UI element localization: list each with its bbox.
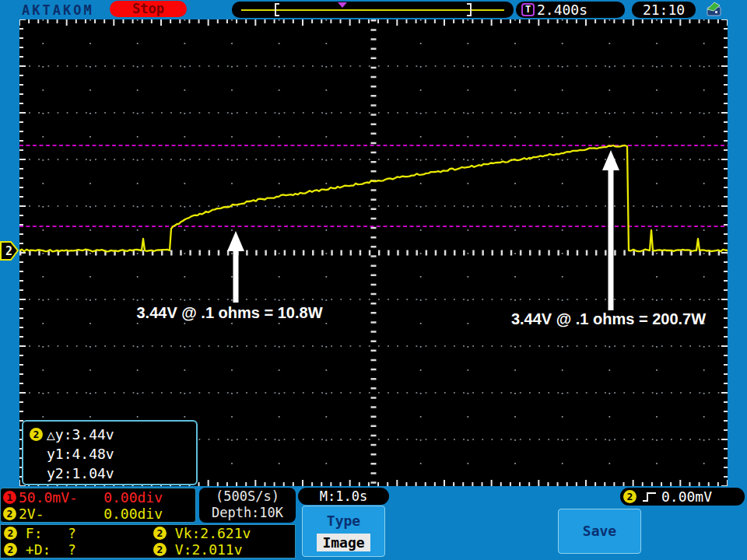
measurement-duty: 2 +D: ? bbox=[1, 541, 150, 558]
oscilloscope-screen: AKTAKOM Stop T 2.400s 21:10 bbox=[0, 0, 747, 560]
brand-logo: AKTAKOM bbox=[22, 2, 94, 18]
channel2-position-marker: 2 bbox=[0, 241, 19, 261]
cursor-readout-box: 2 △y:3.44v y1:4.48v y2:1.04v bbox=[22, 420, 198, 485]
type-button-value[interactable]: Image bbox=[317, 534, 370, 551]
channel2-chip: 2 bbox=[623, 490, 637, 503]
trigger-time-readout: T 2.400s bbox=[516, 2, 625, 18]
channel1-scale: 50.0mV- bbox=[19, 489, 78, 506]
channel1-offset: 0.00div bbox=[103, 489, 163, 506]
clock: 21:10 bbox=[632, 2, 696, 18]
usb-icon bbox=[704, 2, 723, 17]
annotation-high-power: 3.44V @ .1 ohms = 200.7W bbox=[493, 310, 724, 328]
measurement-frequency: 2 F: ? bbox=[1, 525, 150, 541]
measurement-duty-value: +D: ? bbox=[26, 541, 76, 558]
cursor-delta-value: △y:3.44v bbox=[47, 426, 114, 443]
channel2-chip: 2 bbox=[4, 527, 17, 540]
measurement-vk-value: Vk:2.621v bbox=[175, 525, 251, 541]
save-button[interactable]: Save bbox=[558, 509, 641, 554]
type-button-label: Type bbox=[303, 513, 384, 529]
trigger-position-marker-icon bbox=[338, 2, 347, 8]
cursor-y1-value: y1:4.48v bbox=[47, 446, 114, 462]
channel-scale-box: 1 50.0mV- 0.00div 2 2V- 0.00div bbox=[0, 488, 196, 523]
timebase-readout: M:1.0s bbox=[298, 488, 389, 505]
trigger-level-readout: 2 0.00mV bbox=[620, 488, 745, 506]
channel2-chip: 2 bbox=[4, 543, 17, 556]
rising-edge-icon bbox=[641, 491, 658, 503]
measurement-v-value: V:2.011v bbox=[175, 541, 243, 558]
annotation-arrows bbox=[19, 19, 728, 486]
memory-window-graphic bbox=[232, 2, 514, 18]
trigger-level-value: 0.00mV bbox=[661, 488, 712, 505]
channel2-chip: 2 bbox=[153, 543, 167, 556]
annotation-low-power: 3.44V @ .1 ohms = 10.8W bbox=[124, 304, 335, 322]
memory-window-bar bbox=[232, 2, 514, 18]
cursor-delta-row: 2 △y:3.44v bbox=[30, 425, 196, 444]
sample-rate-box: (500S/s) Depth:10K bbox=[199, 488, 296, 523]
channel1-chip: 1 bbox=[3, 491, 16, 504]
type-button[interactable]: Type Image bbox=[302, 506, 385, 557]
measurement-v: 2 V:2.011v bbox=[150, 541, 295, 558]
trigger-t-icon: T bbox=[521, 3, 535, 16]
measurement-vk: 2 Vk:2.621v bbox=[150, 525, 295, 541]
memory-depth: Depth:10K bbox=[199, 505, 296, 521]
trigger-time-value: 2.400s bbox=[537, 2, 587, 18]
channel2-marker-label: 2 bbox=[5, 244, 12, 258]
up-arrow-left-icon bbox=[227, 231, 244, 303]
channel2-scale: 2V- bbox=[19, 506, 44, 522]
channel2-chip: 2 bbox=[153, 527, 167, 540]
measurement-box: 2 F: ? 2 Vk:2.621v 2 +D: ? 2 V:2.011v bbox=[0, 524, 296, 558]
cursor-y2-row: y2:1.04v bbox=[30, 464, 196, 483]
cursor-y1-row: y1:4.48v bbox=[30, 444, 196, 464]
up-arrow-right-icon bbox=[602, 150, 619, 310]
channel2-chip: 2 bbox=[3, 507, 16, 520]
acquisition-status-badge: Stop bbox=[110, 1, 187, 17]
measurement-frequency-value: F: ? bbox=[26, 525, 76, 541]
cursor-y2-value: y2:1.04v bbox=[47, 465, 114, 481]
waveform-display bbox=[19, 19, 728, 486]
channel2-offset: 0.00div bbox=[103, 506, 163, 522]
channel2-scale-row: 2 2V- 0.00div bbox=[1, 506, 195, 522]
sample-rate: (500S/s) bbox=[199, 488, 296, 505]
channel1-scale-row: 1 50.0mV- 0.00div bbox=[1, 489, 195, 506]
channel2-chip: 2 bbox=[30, 428, 43, 441]
